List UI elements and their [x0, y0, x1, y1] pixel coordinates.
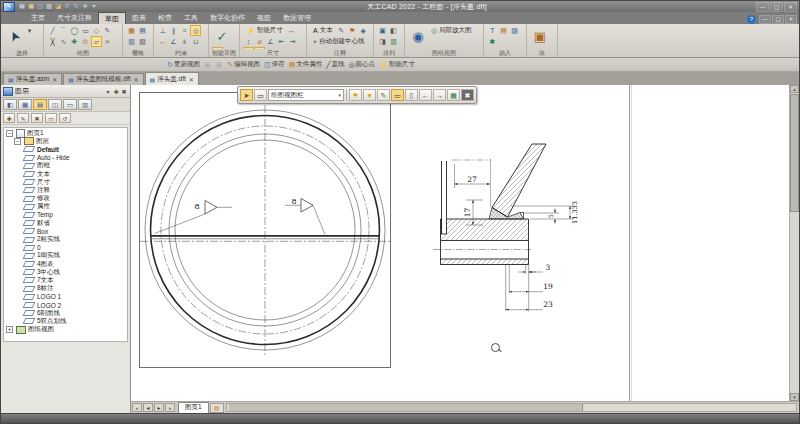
weld-symbol-left[interactable] — [155, 201, 233, 234]
quick-toolbar-button[interactable]: ◫ 保存 — [264, 60, 285, 69]
close-tab-icon[interactable]: ✕ — [52, 76, 57, 83]
panel-header-button[interactable]: ▾ — [104, 88, 112, 95]
ribbon-tool-button[interactable]: = — [179, 25, 190, 36]
layer-tree-row[interactable]: LOGO 2 — [4, 301, 127, 309]
command-bar-button[interactable]: ▼ — [363, 89, 376, 101]
ribbon-tab[interactable]: 图表 — [126, 12, 152, 23]
quick-toolbar-button[interactable]: ⚡ 智能尺寸 — [379, 60, 415, 69]
ribbon-tool-button[interactable]: ➤ — [4, 25, 24, 47]
layer-tree-row[interactable]: 4图表 — [4, 260, 127, 268]
ribbon-tab[interactable]: 数据管理 — [277, 12, 317, 23]
quick-access-icon[interactable]: ◪ — [54, 2, 62, 11]
close-tab-icon[interactable]: ✕ — [134, 76, 139, 83]
window-control-button[interactable]: ✕ — [784, 2, 797, 12]
quick-access-icon[interactable]: ↻ — [72, 2, 80, 11]
ribbon-tool-button[interactable]: ⌒ — [58, 25, 69, 36]
ribbon-tool-button[interactable]: ▾ — [24, 25, 35, 36]
panel-header-button[interactable]: ✖ — [120, 88, 128, 95]
layer-tree-row[interactable]: 0 — [4, 244, 127, 252]
circle-drawing-view[interactable]: 8 8 — [139, 92, 391, 368]
document-tab[interactable]: ▤ 浮头盖图纸模板.dft ✕ — [63, 73, 143, 85]
ribbon-tool-button[interactable]: ↔ — [157, 36, 168, 47]
layer-tree-row[interactable]: 注释 — [4, 186, 127, 194]
ribbon-tool-button[interactable]: ▤ — [498, 25, 509, 36]
ribbon-tool-button[interactable]: T — [487, 25, 498, 36]
ribbon-tool-button[interactable]: ⊙ — [80, 36, 91, 47]
document-control-button[interactable]: ✕ — [785, 15, 797, 24]
horizontal-scroll-thumb[interactable] — [229, 404, 583, 411]
quick-access-icon[interactable]: ✚ — [81, 2, 89, 11]
ribbon-tool-button[interactable]: ⚑ — [347, 25, 358, 36]
layer-tree-row[interactable]: Default — [4, 145, 127, 153]
command-bar-button[interactable]: → — [433, 89, 446, 101]
layer-tool-button[interactable]: ↺ — [59, 113, 71, 123]
ribbon-tool-button[interactable]: ▥ — [126, 36, 137, 47]
layer-tree-row[interactable]: 修改 — [4, 195, 127, 203]
ribbon-tab[interactable]: 尺寸及注释 — [51, 12, 98, 23]
ribbon-tool-button[interactable]: ◉ — [408, 25, 428, 47]
ribbon-tool-button[interactable]: ✱ — [487, 36, 498, 47]
command-bar-button[interactable]: ➤ — [240, 89, 253, 101]
ribbon-tool-button[interactable]: A 文本 — [310, 25, 336, 36]
new-sheet-button[interactable]: ▨ — [210, 403, 224, 413]
quick-toolbar-button[interactable]: ▣ — [204, 61, 212, 69]
panel-tab[interactable]: ▭ — [63, 99, 77, 110]
layer-tree-row[interactable]: + 图纸视图 — [4, 326, 127, 334]
quick-access-icon[interactable]: ◫ — [36, 2, 44, 11]
quick-access-icon[interactable]: ▤ — [18, 2, 26, 11]
layer-tree-row[interactable]: 图框 — [4, 162, 127, 170]
command-bar-button[interactable]: ▭ — [254, 89, 267, 101]
ribbon-tool-button[interactable]: ⊔ — [190, 36, 201, 47]
ribbon-tool-button[interactable]: ▦ — [126, 25, 137, 36]
ribbon-tool-button[interactable]: ≈ — [102, 36, 113, 47]
ribbon-tool-button[interactable]: ↕ — [243, 36, 254, 47]
ribbon-tool-button[interactable]: ∠ — [265, 36, 276, 47]
document-control-button[interactable]: — — [759, 15, 771, 24]
ribbon-tool-button[interactable]: ∥ — [168, 25, 179, 36]
ribbon-tool-button[interactable]: ✎ — [102, 25, 113, 36]
layer-tree-row[interactable]: Temp — [4, 211, 127, 219]
layer-tree-row[interactable]: Auto - Hide — [4, 154, 127, 162]
layer-tree-row[interactable]: 7文本 — [4, 276, 127, 284]
ribbon-tab[interactable]: 主页 — [25, 12, 51, 23]
layer-tree-row[interactable]: 1细实线 — [4, 252, 127, 260]
layer-tree-row[interactable]: 8标注 — [4, 285, 127, 293]
command-bar-button[interactable]: ▦ — [447, 89, 460, 101]
quick-toolbar-button[interactable]: ✎ 编辑视图 — [227, 60, 260, 69]
layer-tree-row[interactable]: 5双点划线 — [4, 317, 127, 325]
layer-tool-button[interactable]: ✎ — [17, 113, 29, 123]
ribbon-tool-button[interactable]: ╱ — [47, 25, 58, 36]
view-style-dropdown[interactable]: 绘图视图栏 ▾ — [268, 89, 344, 101]
ribbon-tool-button[interactable]: ∠ — [168, 36, 179, 47]
quick-toolbar-button[interactable]: ▣ — [216, 61, 224, 69]
expand-icon[interactable]: − — [14, 138, 21, 145]
ribbon-tool-button[interactable]: ⊥ — [157, 25, 168, 36]
command-bar-button[interactable]: ✖ — [461, 89, 474, 101]
ribbon-tool-button[interactable]: ▭ — [80, 25, 91, 36]
sheet-nav-button[interactable]: ◄ — [143, 403, 153, 412]
ribbon-tool-button[interactable]: ✓ — [212, 25, 232, 47]
layer-tool-button[interactable]: ✖ — [31, 113, 43, 123]
ribbon-tool-button[interactable]: ◧ — [388, 25, 399, 36]
sheet-tab[interactable]: 图页1 — [178, 402, 209, 414]
ribbon-tool-button[interactable]: ⇤ — [276, 36, 287, 47]
command-bar-button[interactable]: ▯ — [405, 89, 418, 101]
sheet-nav-button[interactable]: « — [132, 403, 142, 412]
quick-access-icon[interactable]: ↺ — [63, 2, 71, 11]
vertical-scrollbar[interactable]: ▲ ▼ — [789, 85, 799, 401]
panel-tab[interactable]: ◫ — [48, 99, 62, 110]
ribbon-tool-button[interactable]: ◇ — [91, 25, 102, 36]
sheet-nav-button[interactable]: ► — [154, 403, 164, 412]
layer-tree-row[interactable]: 2粗实线 — [4, 235, 127, 243]
scroll-thumb[interactable] — [790, 94, 799, 212]
document-tab[interactable]: ▤ 浮头盖.dft ✕ — [145, 72, 199, 85]
layer-tool-button[interactable]: ▭ — [45, 113, 57, 123]
ribbon-tool-button[interactable]: ◎ 局部放大图 — [428, 25, 475, 36]
panel-tab[interactable]: ▥ — [78, 99, 92, 110]
quick-access-icon[interactable]: ▥ — [45, 2, 53, 11]
ribbon-tool-button[interactable]: ⌀ — [254, 36, 265, 47]
layer-tree-row[interactable]: 属性 — [4, 203, 127, 211]
ribbon-tab[interactable]: 草图 — [98, 12, 126, 24]
ribbon-tool-button[interactable]: ▨ — [509, 25, 520, 36]
help-icon[interactable]: ? — [747, 15, 756, 24]
